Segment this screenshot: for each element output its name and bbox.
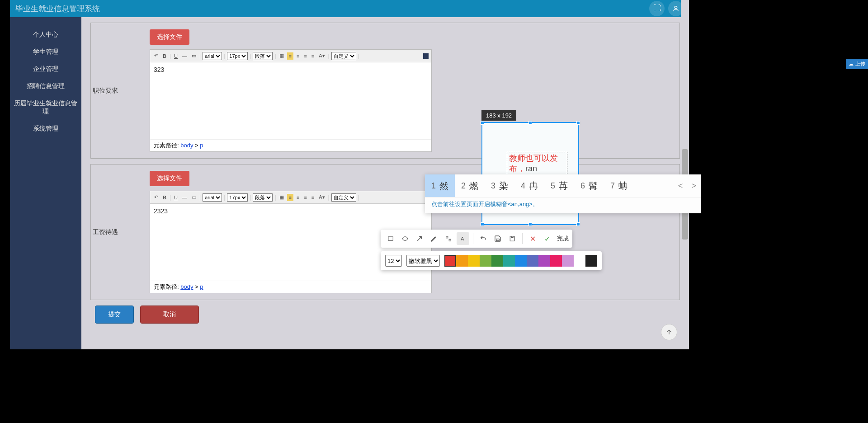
scroll-top-button[interactable] — [661, 324, 677, 340]
path-link-body[interactable]: body — [180, 142, 193, 149]
align-center-icon[interactable]: ≡ — [302, 194, 308, 201]
color-swatch-purple[interactable] — [538, 255, 550, 267]
bold-icon[interactable]: B — [161, 194, 168, 201]
color-swatch-lime[interactable] — [480, 255, 491, 267]
ime-candidate-2[interactable]: 2燃 — [455, 174, 485, 197]
color-swatch-black[interactable] — [585, 255, 597, 267]
size-select[interactable]: 17px — [227, 52, 248, 60]
ime-candidate-7[interactable]: 7蚺 — [604, 174, 634, 197]
underline-icon[interactable]: U — [173, 194, 179, 201]
cancel-button[interactable]: 取消 — [140, 306, 199, 324]
hr-icon[interactable]: — — [181, 194, 189, 201]
highlight-icon[interactable]: ≡ — [287, 52, 293, 60]
path-link-p[interactable]: p — [200, 142, 203, 149]
align-left-icon[interactable]: ≡ — [295, 53, 301, 59]
annotation-text-input[interactable]: 教师也可以发 布，ran — [507, 152, 567, 176]
mosaic-tool-icon[interactable] — [442, 232, 455, 245]
custom-select[interactable]: 自定义 — [331, 193, 356, 202]
sidebar-item-recruit[interactable]: 招聘信息管理 — [10, 78, 81, 95]
custom-select[interactable]: 自定义 — [331, 52, 356, 60]
para-select[interactable]: 段落 — [253, 193, 273, 202]
upload-badge[interactable]: ☁ 上传 — [846, 59, 868, 69]
font-family-select[interactable]: 微软雅黑 — [406, 255, 440, 267]
choose-file-button[interactable]: 选择文件 — [150, 29, 189, 45]
sidebar-item-profile[interactable]: 个人中心 — [10, 26, 81, 43]
path-link-body[interactable]: body — [180, 283, 193, 290]
table-icon[interactable]: ▦ — [278, 194, 285, 201]
align-right-icon[interactable]: ≡ — [310, 53, 316, 59]
resize-handle-s[interactable] — [528, 222, 532, 226]
rect-tool-icon[interactable] — [384, 232, 397, 245]
size-select[interactable]: 17px — [227, 193, 248, 202]
bold-icon[interactable]: B — [161, 53, 168, 59]
fullscreen-icon[interactable]: ⛶ — [649, 1, 665, 16]
ime-candidate-1[interactable]: 1然 — [425, 174, 455, 197]
ime-hint[interactable]: 点击前往设置页面开启模糊音<an,ang>。 — [425, 197, 701, 211]
font-color-icon[interactable]: A▾ — [317, 52, 326, 59]
undo-icon[interactable]: ↶ — [153, 194, 160, 201]
undo-tool-icon[interactable] — [477, 232, 490, 245]
resize-handle-ne[interactable] — [576, 121, 580, 125]
svg-rect-7 — [510, 236, 514, 241]
box-icon[interactable]: ▭ — [190, 194, 198, 201]
color-swatch-white[interactable] — [574, 255, 585, 267]
pencil-tool-icon[interactable] — [428, 232, 440, 245]
color-swatch-blue[interactable] — [515, 255, 527, 267]
fullscreen-editor-icon[interactable] — [423, 53, 429, 59]
confirm-tool-icon[interactable]: ✓ — [541, 232, 553, 245]
font-color-icon[interactable]: A▾ — [317, 194, 326, 201]
resize-handle-sw[interactable] — [481, 222, 484, 226]
table-icon[interactable]: ▦ — [278, 52, 285, 59]
ime-candidate-3[interactable]: 3染 — [485, 174, 514, 197]
resize-handle-n[interactable] — [528, 121, 532, 125]
font-size-select[interactable]: 12 — [385, 255, 402, 267]
box-icon[interactable]: ▭ — [190, 52, 198, 59]
font-select[interactable]: arial — [203, 52, 222, 60]
path-link-p[interactable]: p — [200, 283, 203, 290]
color-swatch-lilac[interactable] — [562, 255, 574, 267]
align-center-icon[interactable]: ≡ — [302, 53, 308, 59]
arrow-tool-icon[interactable] — [413, 232, 426, 245]
highlight-icon[interactable]: ≡ — [287, 194, 293, 201]
para-select[interactable]: 段落 — [253, 52, 273, 60]
text-tool-icon[interactable]: A — [457, 232, 469, 245]
app-title: 毕业生就业信息管理系统 — [15, 4, 646, 14]
rich-editor: ↶ B | U — ▭ | arial | 17px | 段落 | ▦ — [150, 49, 432, 152]
ime-candidate-6[interactable]: 6髯 — [574, 174, 604, 197]
color-swatch-orange[interactable] — [456, 255, 468, 267]
color-swatch-green[interactable] — [491, 255, 503, 267]
sidebar-item-companies[interactable]: 企业管理 — [10, 61, 81, 78]
ime-candidate-5[interactable]: 5苒 — [544, 174, 574, 197]
resize-handle-nw[interactable] — [481, 121, 484, 125]
undo-icon[interactable]: ↶ — [153, 52, 160, 59]
ellipse-tool-icon[interactable] — [399, 232, 411, 245]
color-swatch-teal[interactable] — [503, 255, 515, 267]
save-tool-icon[interactable] — [491, 232, 504, 245]
pin-tool-icon[interactable] — [506, 232, 519, 245]
ime-candidate-bar: 1然 2燃 3染 4冉 5苒 6髯 7蚺 < > 点击前往设置页面开启模糊音<a… — [425, 174, 701, 213]
close-tool-icon[interactable]: ✕ — [526, 232, 539, 245]
done-label[interactable]: 完成 — [557, 235, 569, 243]
font-select[interactable]: arial — [203, 193, 222, 202]
resize-handle-se[interactable] — [576, 222, 580, 226]
sidebar-item-alumni[interactable]: 历届毕业生就业信息管理 — [10, 95, 81, 120]
choose-file-button[interactable]: 选择文件 — [150, 171, 189, 186]
sidebar-item-system[interactable]: 系统管理 — [10, 120, 81, 137]
editor-content[interactable]: 323 — [150, 62, 431, 139]
underline-icon[interactable]: U — [173, 53, 179, 59]
color-swatch-red[interactable] — [444, 255, 456, 267]
color-swatch-pink[interactable] — [550, 255, 562, 267]
hr-icon[interactable]: — — [181, 53, 189, 59]
color-swatches — [444, 255, 597, 267]
ime-next-icon[interactable]: > — [687, 181, 701, 191]
submit-button[interactable]: 提交 — [95, 306, 134, 324]
ime-candidate-4[interactable]: 4冉 — [514, 174, 544, 197]
cloud-icon: ☁ — [849, 61, 854, 67]
editor-toolbar: ↶ B | U — ▭ | arial | 17px | 段落 | ▦ — [150, 191, 431, 204]
sidebar-item-students[interactable]: 学生管理 — [10, 43, 81, 61]
align-left-icon[interactable]: ≡ — [295, 194, 301, 201]
align-right-icon[interactable]: ≡ — [310, 194, 316, 201]
ime-prev-icon[interactable]: < — [674, 181, 687, 191]
color-swatch-yellow[interactable] — [468, 255, 480, 267]
color-swatch-indigo[interactable] — [527, 255, 538, 267]
